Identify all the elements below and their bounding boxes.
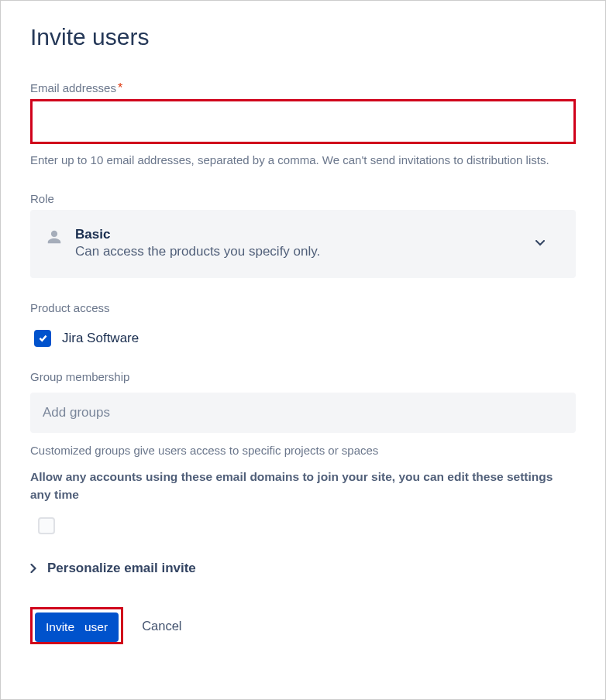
- chevron-down-icon: [534, 237, 546, 249]
- product-access-item: Jira Software: [30, 330, 576, 347]
- group-placeholder: Add groups: [43, 405, 110, 420]
- allow-domains-text: Allow any accounts using these email dom…: [30, 468, 576, 504]
- cancel-button[interactable]: Cancel: [142, 619, 181, 633]
- role-title: Basic: [75, 227, 534, 242]
- jira-software-checkbox[interactable]: [34, 330, 51, 347]
- role-description: Can access the products you specify only…: [75, 244, 534, 259]
- button-row: Invite user Cancel: [30, 607, 576, 644]
- personalize-label: Personalize email invite: [47, 561, 196, 576]
- email-help-text: Enter up to 10 email addresses, separate…: [30, 152, 576, 169]
- email-label: Email addresses: [30, 81, 116, 94]
- invite-button-highlight: Invite user: [30, 607, 123, 644]
- role-select[interactable]: Basic Can access the products you specif…: [30, 210, 576, 278]
- role-label: Role: [30, 192, 54, 205]
- personalize-toggle[interactable]: Personalize email invite: [30, 561, 576, 576]
- group-membership-label: Group membership: [30, 370, 129, 383]
- invite-user-button[interactable]: Invite user: [35, 612, 119, 642]
- email-input[interactable]: [30, 99, 576, 144]
- person-icon: [46, 228, 63, 245]
- product-label: Jira Software: [62, 331, 139, 346]
- chevron-right-icon: [30, 564, 41, 573]
- required-mark: *: [118, 81, 122, 94]
- product-access-label: Product access: [30, 301, 110, 314]
- group-membership-input[interactable]: Add groups: [30, 393, 576, 433]
- page-title: Invite users: [30, 24, 576, 50]
- allow-domains-checkbox[interactable]: [38, 517, 55, 534]
- group-help-text: Customized groups give users access to s…: [30, 444, 576, 457]
